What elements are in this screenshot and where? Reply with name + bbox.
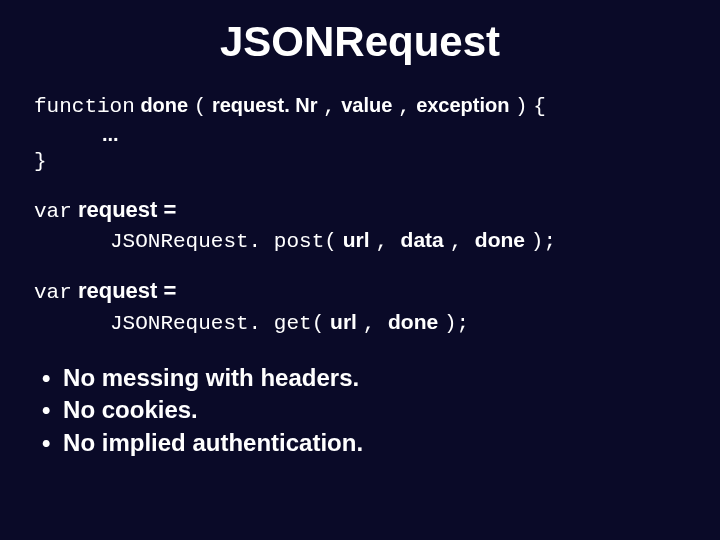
call-tail: ); [444, 312, 469, 335]
arg-done: done [475, 228, 525, 251]
comma: , [323, 95, 336, 118]
bullet-list: No messing with headers. No cookies. No … [42, 362, 686, 459]
call-get: JSONRequest. get( [110, 312, 324, 335]
keyword-var: var [34, 200, 72, 223]
arg-url: url [330, 310, 357, 333]
code-var-post: var request = JSONRequest. post( url , d… [34, 195, 686, 257]
comma: , [398, 95, 411, 118]
arg-done: done [388, 310, 438, 333]
assign-request: request = [78, 278, 176, 303]
fn-name: done [140, 94, 188, 116]
call-tail: ); [531, 230, 556, 253]
sep: , [363, 312, 388, 335]
bullet-item: No messing with headers. [42, 362, 686, 394]
param-value: value [341, 94, 392, 116]
brace-close: } [34, 148, 686, 176]
call-post: JSONRequest. post( [110, 230, 337, 253]
param-requestnr: request. Nr [212, 94, 318, 116]
code-var-get: var request = JSONRequest. get( url , do… [34, 276, 686, 338]
sep: , [450, 230, 475, 253]
bullet-item: No cookies. [42, 394, 686, 426]
fn-body-ellipsis: ... [34, 121, 686, 148]
keyword-var: var [34, 281, 72, 304]
arg-url: url [343, 228, 370, 251]
paren-close: ) [515, 95, 528, 118]
slide-title: JSONRequest [34, 18, 686, 66]
sep: , [375, 230, 400, 253]
brace-open: { [533, 95, 546, 118]
bullet-item: No implied authentication. [42, 427, 686, 459]
slide: JSONRequest function done ( request. Nr … [0, 0, 720, 540]
assign-request: request = [78, 197, 176, 222]
param-exception: exception [416, 94, 509, 116]
code-function-done: function done ( request. Nr , value , ex… [34, 92, 686, 177]
arg-data: data [401, 228, 444, 251]
paren-open: ( [194, 95, 207, 118]
keyword-function: function [34, 95, 135, 118]
